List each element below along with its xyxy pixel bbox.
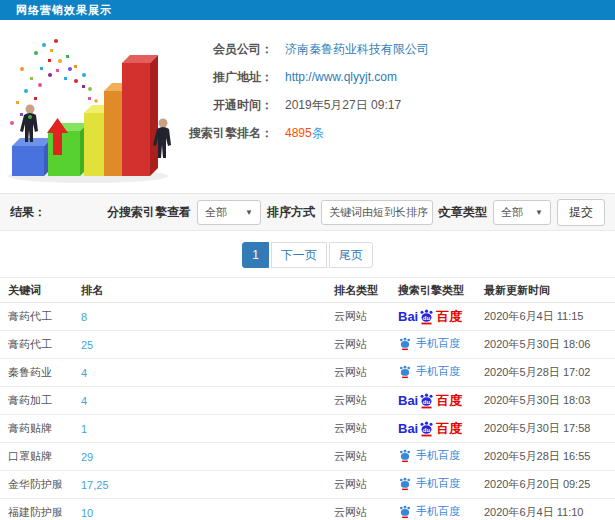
svg-text:du: du xyxy=(423,314,431,320)
svg-text:du: du xyxy=(423,426,431,432)
engine-filter-select[interactable]: 全部 ▼ xyxy=(197,200,261,225)
updated-cell: 2020年5月30日 17:58 xyxy=(480,415,615,443)
updated-cell: 2020年5月30日 18:06 xyxy=(480,331,615,359)
mobile-baidu-logo: 手机百度 xyxy=(398,448,460,463)
growth-chart-clipart-image xyxy=(0,25,175,185)
rank-type-cell: 云网站 xyxy=(330,415,394,443)
filters-group: 分搜索引擎查看 全部 ▼ 排序方式 关键词由短到长排序 ▼ 文章类型 全部 ▼ … xyxy=(107,199,605,226)
mobile-baidu-paw-icon xyxy=(398,365,412,379)
table-header-row: 关键词 排名 排名类型 搜索引擎类型 最新更新时间 xyxy=(0,278,615,303)
baidu-logo-bai: Bai xyxy=(398,309,418,324)
baidu-paw-icon: du xyxy=(418,393,435,409)
page-1-button[interactable]: 1 xyxy=(242,242,269,268)
baidu-paw-icon: du xyxy=(418,421,435,437)
baidu-logo-bai: Bai xyxy=(398,393,418,408)
last-page-button[interactable]: 尾页 xyxy=(329,242,373,268)
confetti-dots xyxy=(10,39,98,125)
article-type-value: 全部 xyxy=(501,205,523,220)
mobile-baidu-label: 手机百度 xyxy=(416,364,460,379)
rank-link[interactable]: 1 xyxy=(81,423,87,435)
info-row-company: 会员公司： 济南秦鲁药业科技有限公司 xyxy=(175,35,429,63)
company-label: 会员公司： xyxy=(175,41,273,58)
rank-link[interactable]: 29 xyxy=(81,451,93,463)
rank-link[interactable]: 4 xyxy=(81,395,87,407)
mobile-baidu-paw-icon xyxy=(398,505,412,519)
rank-link[interactable]: 17,25 xyxy=(81,479,109,491)
baidu-logo: Baidu百度 xyxy=(398,420,462,438)
sort-filter-select[interactable]: 关键词由短到长排序 ▼ xyxy=(321,200,433,225)
bar-red xyxy=(122,55,158,176)
keyword-cell: 秦鲁药业 xyxy=(0,359,77,387)
keyword-cell: 膏药代工 xyxy=(0,331,77,359)
updated-cell: 2020年5月28日 17:02 xyxy=(480,359,615,387)
keyword-cell: 福建防护服 xyxy=(0,499,77,520)
rank-unit: 条 xyxy=(312,126,324,140)
table-row: 口罩贴牌 29 云网站 手机百度 2020年5月28日 16:55 xyxy=(0,443,615,471)
header-keyword: 关键词 xyxy=(0,278,77,303)
mobile-baidu-logo: 手机百度 xyxy=(398,336,460,351)
submit-button[interactable]: 提交 xyxy=(557,199,605,226)
rank-type-cell: 云网站 xyxy=(330,359,394,387)
table-row: 膏药代工 8 云网站 Baidu百度 2020年6月4日 11:15 xyxy=(0,303,615,331)
header-rank: 排名 xyxy=(77,278,330,303)
growth-chart-clipart xyxy=(0,25,175,185)
bar-blue xyxy=(12,138,52,176)
baidu-logo-cn: 百度 xyxy=(436,420,462,438)
updated-cell: 2020年6月20日 09:25 xyxy=(480,471,615,499)
mobile-baidu-label: 手机百度 xyxy=(416,448,460,463)
table-row: 福建防护服 10 云网站 手机百度 2020年6月4日 11:10 xyxy=(0,499,615,520)
keyword-cell: 膏药代工 xyxy=(0,303,77,331)
rank-link[interactable]: 10 xyxy=(81,507,93,519)
mobile-baidu-logo: 手机百度 xyxy=(398,476,460,491)
header-engine-type: 搜索引擎类型 xyxy=(394,278,480,303)
company-name-link[interactable]: 济南秦鲁药业科技有限公司 xyxy=(285,41,429,58)
info-row-rank-count: 搜索引擎排名： 4895条 xyxy=(175,119,429,147)
keyword-cell: 膏药贴牌 xyxy=(0,415,77,443)
rank-type-cell: 云网站 xyxy=(330,303,394,331)
keyword-ranking-table: 关键词 排名 排名类型 搜索引擎类型 最新更新时间 膏药代工 8 云网站 Bai… xyxy=(0,277,615,520)
rank-type-cell: 云网站 xyxy=(330,499,394,520)
sort-filter-label: 排序方式 xyxy=(267,204,315,221)
info-row-url: 推广地址： http://www.qlyyjt.com xyxy=(175,63,429,91)
updated-cell: 2020年5月30日 18:03 xyxy=(480,387,615,415)
engine-filter-value: 全部 xyxy=(205,205,227,220)
baidu-logo: Baidu百度 xyxy=(398,392,462,410)
rank-link[interactable]: 25 xyxy=(81,339,93,351)
updated-cell: 2020年5月28日 16:55 xyxy=(480,443,615,471)
engine-rank-label: 搜索引擎排名： xyxy=(175,125,273,142)
mobile-baidu-label: 手机百度 xyxy=(416,504,460,519)
open-time-value: 2019年5月27日 09:17 xyxy=(285,97,401,114)
mobile-baidu-label: 手机百度 xyxy=(416,336,460,351)
baidu-paw-icon: du xyxy=(418,309,435,325)
table-row: 膏药代工 25 云网站 手机百度 2020年5月30日 18:06 xyxy=(0,331,615,359)
table-row: 膏药贴牌 1 云网站 Baidu百度 2020年5月30日 17:58 xyxy=(0,415,615,443)
table-row: 膏药加工 4 云网站 Baidu百度 2020年5月30日 18:03 xyxy=(0,387,615,415)
updated-cell: 2020年6月4日 11:10 xyxy=(480,499,615,520)
info-row-opened: 开通时间： 2019年5月27日 09:17 xyxy=(175,91,429,119)
keyword-cell: 膏药加工 xyxy=(0,387,77,415)
baidu-logo-cn: 百度 xyxy=(436,308,462,326)
article-type-label: 文章类型 xyxy=(439,204,487,221)
rank-type-cell: 云网站 xyxy=(330,443,394,471)
promo-url-link[interactable]: http://www.qlyyjt.com xyxy=(285,70,397,84)
engine-rank-value: 4895条 xyxy=(285,125,324,142)
caret-down-icon: ▼ xyxy=(237,208,253,217)
rank-link[interactable]: 4 xyxy=(81,367,87,379)
mobile-baidu-paw-icon xyxy=(398,477,412,491)
article-type-select[interactable]: 全部 ▼ xyxy=(493,200,551,225)
next-page-button[interactable]: 下一页 xyxy=(271,242,327,268)
result-filter-bar: 结果： 分搜索引擎查看 全部 ▼ 排序方式 关键词由短到长排序 ▼ 文章类型 全… xyxy=(0,193,615,231)
sort-filter-value: 关键词由短到长排序 xyxy=(329,205,428,220)
table-row: 秦鲁药业 4 云网站 手机百度 2020年5月28日 17:02 xyxy=(0,359,615,387)
mobile-baidu-logo: 手机百度 xyxy=(398,504,460,519)
engine-filter-label: 分搜索引擎查看 xyxy=(107,204,191,221)
mobile-baidu-paw-icon xyxy=(398,449,412,463)
table-row: 金华防护服 17,25 云网站 手机百度 2020年6月20日 09:25 xyxy=(0,471,615,499)
account-info-list: 会员公司： 济南秦鲁药业科技有限公司 推广地址： http://www.qlyy… xyxy=(175,25,429,187)
open-time-label: 开通时间： xyxy=(175,97,273,114)
rank-link[interactable]: 8 xyxy=(81,311,87,323)
rank-count: 4895 xyxy=(285,126,312,140)
mobile-baidu-paw-icon xyxy=(398,337,412,351)
header-updated: 最新更新时间 xyxy=(480,278,615,303)
keyword-cell: 金华防护服 xyxy=(0,471,77,499)
